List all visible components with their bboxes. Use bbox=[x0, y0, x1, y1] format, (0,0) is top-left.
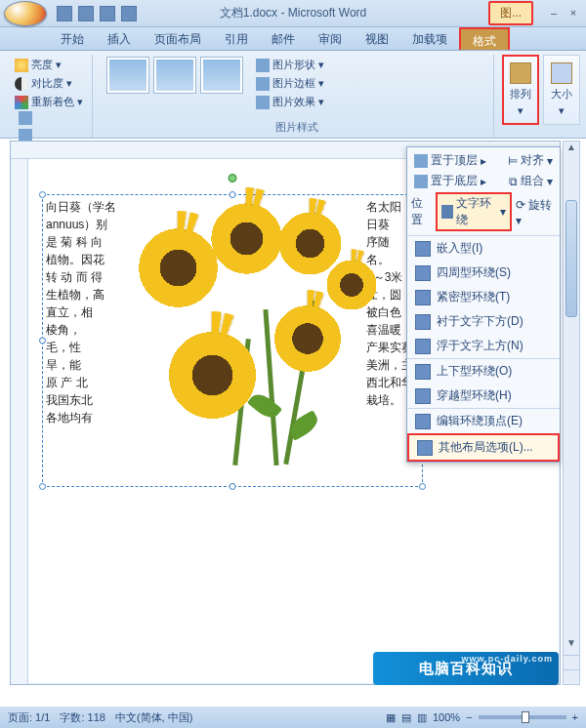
prev-page-button[interactable] bbox=[564, 655, 579, 669]
vertical-ruler[interactable] bbox=[11, 159, 28, 684]
qat-redo-icon[interactable] bbox=[100, 6, 115, 21]
status-page[interactable]: 页面: 1/1 bbox=[8, 710, 50, 725]
site-watermark: 电脑百科知识 www.pc-daily.com bbox=[373, 652, 559, 685]
resize-handle-se[interactable] bbox=[419, 483, 426, 490]
close-button[interactable]: × bbox=[565, 7, 582, 20]
position-button[interactable]: 位置 bbox=[411, 195, 432, 228]
compress-icon bbox=[19, 111, 32, 125]
wrap-through-icon bbox=[415, 388, 431, 404]
browse-object-button[interactable] bbox=[564, 669, 579, 684]
scroll-thumb[interactable] bbox=[565, 200, 577, 317]
qat-print-icon[interactable] bbox=[121, 6, 137, 21]
more-layout-options[interactable]: 其他布局选项(L)... bbox=[407, 433, 560, 462]
view-reading-icon[interactable]: ▤ bbox=[401, 711, 411, 724]
picture-style-preset-3[interactable] bbox=[200, 57, 243, 94]
text-wrap-menu: 嵌入型(I) 四周型环绕(S) 紧密型环绕(T) 衬于文字下方(D) 浮于文字上… bbox=[407, 236, 560, 462]
bring-to-front-button[interactable]: 置于顶层 ▸ ⊨ 对齐 ▾ bbox=[411, 151, 556, 170]
minimize-button[interactable]: – bbox=[545, 7, 563, 20]
size-button[interactable]: 大小 ▾ bbox=[543, 55, 580, 125]
scroll-up-button[interactable]: ▲ bbox=[564, 142, 579, 157]
rotation-handle[interactable] bbox=[229, 174, 237, 182]
window-title: 文档1.docx - Microsoft Word bbox=[220, 5, 366, 21]
resize-handle-nw[interactable] bbox=[39, 191, 46, 198]
rotate-button[interactable]: ⟳ 旋转 ▾ bbox=[516, 197, 556, 227]
tab-page-layout[interactable]: 页面布局 bbox=[143, 27, 213, 50]
resize-handle-w[interactable] bbox=[39, 338, 46, 344]
office-button[interactable] bbox=[4, 1, 47, 26]
compress-picture-button[interactable] bbox=[16, 110, 35, 126]
wrap-behind-icon bbox=[415, 314, 431, 330]
tab-review[interactable]: 审阅 bbox=[307, 27, 354, 50]
send-to-back-button[interactable]: 置于底层 ▸ ⧉ 组合 ▾ bbox=[411, 172, 556, 190]
quick-access-toolbar bbox=[57, 6, 137, 21]
tab-insert[interactable]: 插入 bbox=[96, 27, 143, 50]
contextual-tab-picture-tools[interactable]: 图... bbox=[488, 1, 533, 25]
status-language[interactable]: 中文(简体, 中国) bbox=[115, 710, 192, 725]
contrast-button[interactable]: 对比度 ▾ bbox=[12, 75, 75, 92]
brightness-icon bbox=[15, 59, 28, 72]
ribbon-group-adjust: 亮度 ▾ 对比度 ▾ 重新着色 ▾ 调整 bbox=[6, 55, 93, 138]
arrange-button[interactable]: 排列 ▾ bbox=[502, 55, 539, 125]
statusbar: 页面: 1/1 字数: 118 中文(简体, 中国) ▦ ▤ ▥ 100% − … bbox=[0, 707, 586, 728]
scroll-down-button[interactable]: ▼ bbox=[564, 637, 579, 653]
ribbon-group-picture-styles: 图片形状 ▾ 图片边框 ▾ 图片效果 ▾ 图片样式 bbox=[101, 55, 494, 138]
more-layout-icon bbox=[417, 440, 433, 456]
qat-undo-icon[interactable] bbox=[78, 6, 94, 21]
text-wrap-icon bbox=[441, 205, 453, 219]
bring-front-icon bbox=[414, 154, 428, 168]
effects-icon bbox=[256, 96, 270, 109]
wrap-top-bottom[interactable]: 上下型环绕(O) bbox=[407, 358, 560, 384]
document-text-left[interactable]: 向日葵（学名 annuus）别 是 菊 科 向 植物。因花 转 动 而 得 生植… bbox=[46, 198, 126, 426]
titlebar: 文档1.docx - Microsoft Word 图... – × bbox=[0, 0, 586, 27]
tab-format[interactable]: 格式 bbox=[459, 27, 510, 50]
wrap-behind[interactable]: 衬于文字下方(D) bbox=[407, 309, 560, 334]
wrap-tight[interactable]: 紧密型环绕(T) bbox=[407, 285, 560, 309]
contrast-icon bbox=[15, 77, 28, 91]
zoom-level[interactable]: 100% bbox=[433, 711, 460, 723]
send-back-icon bbox=[414, 175, 428, 188]
resize-handle-s[interactable] bbox=[230, 483, 236, 490]
ribbon-group-arrange-size: 排列 ▾ 大小 ▾ bbox=[502, 55, 580, 138]
tab-references[interactable]: 引用 bbox=[213, 27, 260, 50]
ribbon: 亮度 ▾ 对比度 ▾ 重新着色 ▾ 调整 图片形状 ▾ 图片边框 ▾ 图片效果 … bbox=[0, 51, 586, 139]
qat-save-icon[interactable] bbox=[57, 6, 72, 21]
tab-view[interactable]: 视图 bbox=[354, 27, 400, 50]
wrap-square-icon bbox=[415, 265, 431, 281]
zoom-in-button[interactable]: + bbox=[572, 711, 578, 723]
arrange-icon bbox=[510, 62, 531, 84]
resize-handle-sw[interactable] bbox=[39, 483, 46, 490]
status-word-count[interactable]: 字数: 118 bbox=[60, 710, 105, 725]
view-web-icon[interactable]: ▥ bbox=[417, 711, 427, 724]
zoom-out-button[interactable]: − bbox=[466, 711, 472, 723]
tab-addins[interactable]: 加载项 bbox=[400, 27, 459, 50]
picture-effects-button[interactable]: 图片效果 ▾ bbox=[253, 94, 327, 110]
wrap-front[interactable]: 浮于文字上方(N) bbox=[407, 334, 560, 358]
sunflower-image[interactable] bbox=[122, 192, 370, 461]
shape-icon bbox=[256, 59, 270, 72]
wrap-through[interactable]: 穿越型环绕(H) bbox=[407, 384, 560, 408]
view-print-layout-icon[interactable]: ▦ bbox=[386, 711, 396, 724]
text-wrap-button[interactable]: 文字环绕 ▾ bbox=[436, 192, 511, 231]
tab-home[interactable]: 开始 bbox=[49, 27, 96, 50]
zoom-slider-thumb[interactable] bbox=[522, 711, 529, 723]
wrap-inline[interactable]: 嵌入型(I) bbox=[407, 236, 560, 261]
brightness-button[interactable]: 亮度 ▾ bbox=[12, 57, 64, 73]
picture-style-preset-1[interactable] bbox=[106, 57, 149, 94]
tab-mailings[interactable]: 邮件 bbox=[260, 27, 307, 50]
edit-points-icon bbox=[415, 414, 431, 429]
wrap-square[interactable]: 四周型环绕(S) bbox=[407, 261, 560, 285]
ribbon-tabs: 开始 插入 页面布局 引用 邮件 审阅 视图 加载项 格式 bbox=[0, 27, 586, 51]
wrap-front-icon bbox=[415, 339, 431, 354]
recolor-button[interactable]: 重新着色 ▾ bbox=[12, 94, 86, 110]
zoom-slider[interactable] bbox=[479, 715, 566, 719]
size-icon bbox=[551, 62, 572, 84]
edit-wrap-points[interactable]: 编辑环绕顶点(E) bbox=[407, 408, 560, 433]
vertical-scrollbar[interactable]: ▲ ▼ bbox=[563, 141, 580, 685]
wrap-tight-icon bbox=[415, 290, 431, 305]
border-icon bbox=[256, 77, 270, 91]
recolor-icon bbox=[15, 96, 28, 109]
picture-shape-button[interactable]: 图片形状 ▾ bbox=[253, 57, 327, 73]
picture-style-preset-2[interactable] bbox=[153, 57, 196, 94]
wrap-inline-icon bbox=[415, 241, 431, 257]
picture-border-button[interactable]: 图片边框 ▾ bbox=[253, 75, 327, 92]
